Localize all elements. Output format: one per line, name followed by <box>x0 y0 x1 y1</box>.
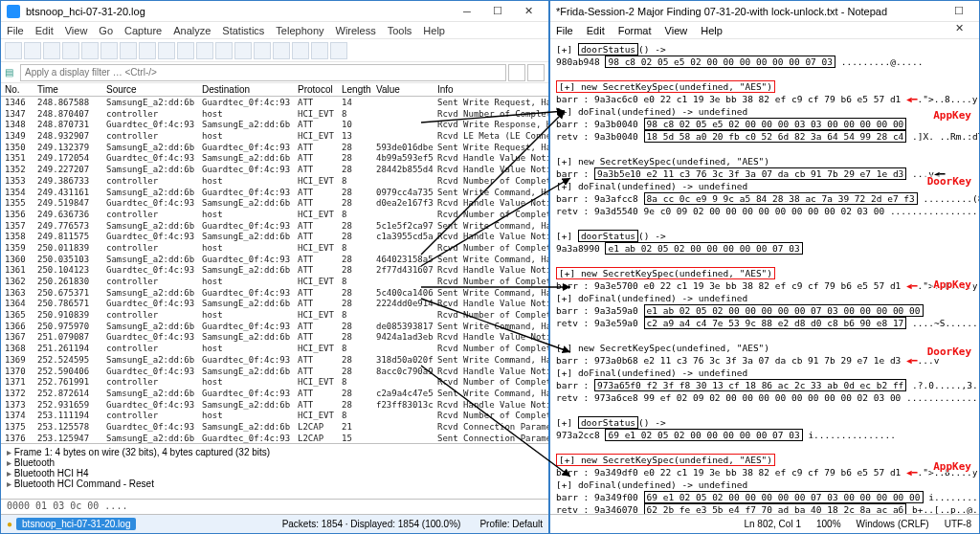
toolbar-button-15[interactable] <box>292 42 309 59</box>
packet-row[interactable]: 1375253.125578Guardtec_0f:4c:93 (…Samsun… <box>1 421 548 433</box>
toolbar-button-17[interactable] <box>330 42 347 59</box>
col-len[interactable]: Length <box>338 83 372 96</box>
packet-row[interactable]: 1351249.172054Guardtec_0f:4c:93 (…Samsun… <box>1 152 548 164</box>
packet-row[interactable]: 1374253.111194controllerhostHCI_EVT8Rcvd… <box>1 410 548 421</box>
menu-view[interactable]: View <box>65 25 88 36</box>
menu-file[interactable]: File <box>7 25 24 36</box>
menu-go[interactable]: Go <box>99 25 113 36</box>
wireshark-menubar: FileEditViewGoCaptureAnalyzeStatisticsTe… <box>1 22 548 39</box>
packet-row[interactable]: 1358249.811575Guardtec_0f:4c:93 (…Samsun… <box>1 231 548 242</box>
menu-telephony[interactable]: Telephony <box>276 25 323 36</box>
col-dest[interactable]: Destination <box>198 83 294 96</box>
packet-row[interactable]: 1360250.035103SamsungE_a2:dd:6b (…Guardt… <box>1 254 548 265</box>
packet-row[interactable]: 1353249.386733controllerhostHCI_EVT8Rcvd… <box>1 175 548 187</box>
packet-list[interactable]: 1346248.867588SamsungE_a2:dd:6b (…Guardt… <box>1 97 548 443</box>
menu-statistics[interactable]: Statistics <box>222 25 264 36</box>
packet-row[interactable]: 1349248.932907controllerhostHCI_EVT13Rcv… <box>1 130 548 142</box>
toolbar-button-5[interactable] <box>100 42 118 59</box>
menu-wireless[interactable]: Wireless <box>336 25 376 36</box>
toolbar-button-13[interactable] <box>254 42 271 59</box>
toolbar-button-0[interactable] <box>5 42 22 59</box>
detail-item[interactable]: Bluetooth HCI H4 <box>7 468 543 478</box>
detail-item[interactable]: Bluetooth <box>7 457 543 468</box>
toolbar-button-3[interactable] <box>62 42 79 59</box>
packet-row[interactable]: 1364250.786571Guardtec_0f:4c:93 (…Samsun… <box>1 298 548 309</box>
toolbar-button-1[interactable] <box>24 42 41 59</box>
packet-row[interactable]: 1359250.011839controllerhostHCI_EVT8Rcvd… <box>1 242 548 254</box>
menu-edit[interactable]: Edit <box>35 25 54 36</box>
filter-apply-button[interactable] <box>527 64 545 81</box>
toolbar-button-8[interactable] <box>158 42 175 59</box>
packet-row[interactable]: 1352249.227207SamsungE_a2:dd:6b (…Guardt… <box>1 164 548 175</box>
toolbar-button-9[interactable] <box>177 42 194 59</box>
packet-row[interactable]: 1355249.519847Guardtec_0f:4c:93 (…Samsun… <box>1 197 548 209</box>
col-value[interactable]: Value <box>372 83 434 96</box>
expert-info-icon[interactable]: ● <box>7 519 12 529</box>
packet-row[interactable]: 1366250.975970SamsungE_a2:dd:6b (…Guardt… <box>1 321 548 332</box>
packet-row[interactable]: 1350249.132379SamsungE_a2:dd:6b (…Guardt… <box>1 142 548 153</box>
wireshark-titlebar[interactable]: btsnoop_hci-07-31-20.log ─ ☐ ✕ <box>1 1 548 22</box>
toolbar-button-12[interactable] <box>234 42 252 59</box>
packet-row[interactable]: 1368251.261194controllerhostHCI_EVT8Rcvd… <box>1 343 548 354</box>
close-button[interactable]: ✕ <box>514 3 543 20</box>
toolbar-button-2[interactable] <box>43 42 60 59</box>
window-controls: ─ ☐ ✕ <box>453 3 543 20</box>
menu-format[interactable]: Format <box>618 25 652 36</box>
toolbar-button-11[interactable] <box>215 42 233 59</box>
toolbar-button-6[interactable] <box>120 42 137 59</box>
maximize-button[interactable]: ☐ <box>945 3 973 20</box>
toolbar-button-16[interactable] <box>311 42 328 59</box>
packet-row[interactable]: 1367251.079087Guardtec_0f:4c:93 (…Samsun… <box>1 331 548 343</box>
packet-list-header[interactable]: No. Time Source Destination Protocol Len… <box>1 83 548 97</box>
bookmark-icon[interactable]: ▤ <box>5 67 20 78</box>
status-profile[interactable]: Profile: Default <box>479 519 543 529</box>
minimize-button[interactable]: ─ <box>453 3 481 20</box>
menu-help[interactable]: Help <box>423 25 445 36</box>
packet-row[interactable]: 1356249.636736controllerhostHCI_EVT8Rcvd… <box>1 209 548 220</box>
packet-row[interactable]: 1363250.675371SamsungE_a2:dd:6b (…Guardt… <box>1 287 548 299</box>
toolbar-button-7[interactable] <box>139 42 156 59</box>
toolbar-button-14[interactable] <box>273 42 290 59</box>
packet-row[interactable]: 1361250.104123Guardtec_0f:4c:93 (…Samsun… <box>1 264 548 276</box>
detail-item[interactable]: Frame 1: 4 bytes on wire (32 bits), 4 by… <box>7 447 543 457</box>
notepad-titlebar[interactable]: *Frida-Session-2 Major Finding 07-31-20-… <box>550 1 979 22</box>
filter-clear-button[interactable] <box>508 64 525 81</box>
notepad-text-area[interactable]: AppKeyDoorKeyAppKeyDoorKeyAppKey[+] door… <box>550 39 979 514</box>
col-no[interactable]: No. <box>1 83 33 96</box>
packet-row[interactable]: 1369252.524595SamsungE_a2:dd:6b (…Guardt… <box>1 354 548 366</box>
text-line: barr : 973a65f0 f2 3f f8 30 13 cf 18 86 … <box>556 379 973 391</box>
packet-row[interactable]: 1372252.872614SamsungE_a2:dd:6b (…Guardt… <box>1 388 548 399</box>
menu-analyze[interactable]: Analyze <box>173 25 211 36</box>
toolbar-button-10[interactable] <box>196 42 213 59</box>
menu-capture[interactable]: Capture <box>124 25 162 36</box>
col-proto[interactable]: Protocol <box>294 83 338 96</box>
notepad-statusbar: Ln 802, Col 1 100% Windows (CRLF) UTF-8 <box>550 514 979 533</box>
packet-row[interactable]: 1347248.870407controllerhostHCI_EVT8Rcvd… <box>1 108 548 120</box>
detail-item[interactable]: Bluetooth HCI Command - Reset <box>7 478 543 489</box>
packet-details-pane[interactable]: Frame 1: 4 bytes on wire (32 bits), 4 by… <box>1 443 548 499</box>
packet-row[interactable]: 1354249.431161SamsungE_a2:dd:6b (…Guardt… <box>1 187 548 198</box>
menu-tools[interactable]: Tools <box>388 25 412 36</box>
packet-bytes-pane[interactable]: 0000 01 03 0c 00 .... <box>1 499 548 514</box>
menu-file[interactable]: File <box>556 25 573 36</box>
text-line: 980ab948 98 c8 02 05 e5 02 00 00 00 00 0… <box>556 56 973 68</box>
packet-row[interactable]: 1373252.931659Guardtec_0f:4c:93 (…Samsun… <box>1 399 548 411</box>
display-filter-input[interactable] <box>20 64 506 81</box>
packet-row[interactable]: 1362250.261830controllerhostHCI_EVT8Rcvd… <box>1 276 548 287</box>
col-info[interactable]: Info <box>434 83 548 96</box>
status-file[interactable]: btsnoop_hci-07-31-20.log <box>16 518 136 530</box>
toolbar-button-4[interactable] <box>81 42 99 59</box>
menu-edit[interactable]: Edit <box>587 25 605 36</box>
packet-row[interactable]: 1365250.910839controllerhostHCI_EVT8Rcvd… <box>1 309 548 321</box>
packet-row[interactable]: 1357249.776573SamsungE_a2:dd:6b (…Guardt… <box>1 220 548 232</box>
packet-row[interactable]: 1376253.125947SamsungE_a2:dd:6b (…Guardt… <box>1 433 548 443</box>
menu-view[interactable]: View <box>665 25 688 36</box>
packet-row[interactable]: 1371252.761991controllerhostHCI_EVT8Rcvd… <box>1 376 548 388</box>
packet-row[interactable]: 1370252.590406Guardtec_0f:4c:93 (…Samsun… <box>1 366 548 377</box>
menu-help[interactable]: Help <box>701 25 723 36</box>
packet-row[interactable]: 1348248.870731Guardtec_0f:4c:93 (…Samsun… <box>1 119 548 130</box>
packet-row[interactable]: 1346248.867588SamsungE_a2:dd:6b (…Guardt… <box>1 97 548 108</box>
col-source[interactable]: Source <box>102 83 198 96</box>
col-time[interactable]: Time <box>33 83 102 96</box>
maximize-button[interactable]: ☐ <box>483 3 512 20</box>
